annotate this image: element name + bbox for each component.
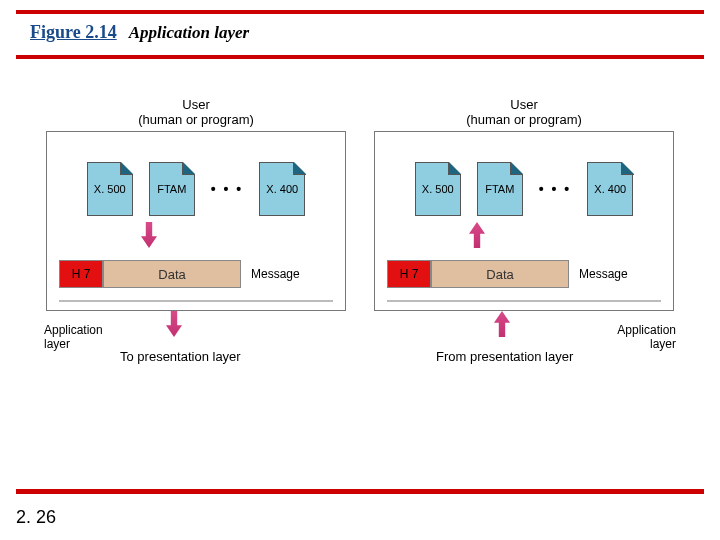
bottom-line	[59, 300, 333, 302]
arrow-up-icon	[494, 311, 510, 337]
app-layer-label-right: Application layer	[617, 323, 676, 351]
protocol-doc: X. 400	[259, 162, 305, 216]
app-layer-label-left: Application layer	[44, 323, 103, 351]
h7-header-box: H 7	[59, 260, 103, 288]
ellipsis-icon: • • •	[211, 181, 243, 197]
dest-label-right: From presentation layer	[436, 349, 573, 364]
user-label-left: User (human or program)	[46, 97, 346, 127]
message-label: Message	[251, 267, 300, 281]
arrow-down-icon	[141, 222, 157, 248]
diagram-container: User (human or program) X. 500 FTAM • • …	[0, 59, 720, 311]
bottom-red-bar	[16, 489, 704, 494]
right-panel: User (human or program) X. 500 FTAM • • …	[374, 97, 674, 311]
protocol-doc: X. 500	[415, 162, 461, 216]
message-row-right: H 7 Data Message	[387, 260, 661, 288]
message-label: Message	[579, 267, 628, 281]
app-layer-box-right: X. 500 FTAM • • • X. 400 H 7 Data Messag…	[374, 131, 674, 311]
protocol-row-right: X. 500 FTAM • • • X. 400	[375, 162, 673, 216]
protocol-row-left: X. 500 FTAM • • • X. 400	[47, 162, 345, 216]
data-box: Data	[103, 260, 241, 288]
protocol-doc: X. 400	[587, 162, 633, 216]
bottom-line	[387, 300, 661, 302]
figure-title: Application layer	[129, 23, 249, 42]
figure-number: Figure 2.14	[30, 22, 117, 42]
ellipsis-icon: • • •	[539, 181, 571, 197]
h7-header-box: H 7	[387, 260, 431, 288]
user-label-right: User (human or program)	[374, 97, 674, 127]
left-panel: User (human or program) X. 500 FTAM • • …	[46, 97, 346, 311]
figure-header: Figure 2.14 Application layer	[0, 14, 720, 49]
dest-label-left: To presentation layer	[120, 349, 241, 364]
protocol-doc: FTAM	[477, 162, 523, 216]
arrow-up-icon	[469, 222, 485, 248]
arrow-down-icon	[166, 311, 182, 337]
protocol-doc: X. 500	[87, 162, 133, 216]
protocol-doc: FTAM	[149, 162, 195, 216]
app-layer-box-left: X. 500 FTAM • • • X. 400 H 7 Data Messag…	[46, 131, 346, 311]
message-row-left: H 7 Data Message	[59, 260, 333, 288]
data-box: Data	[431, 260, 569, 288]
page-number: 2. 26	[16, 507, 56, 528]
